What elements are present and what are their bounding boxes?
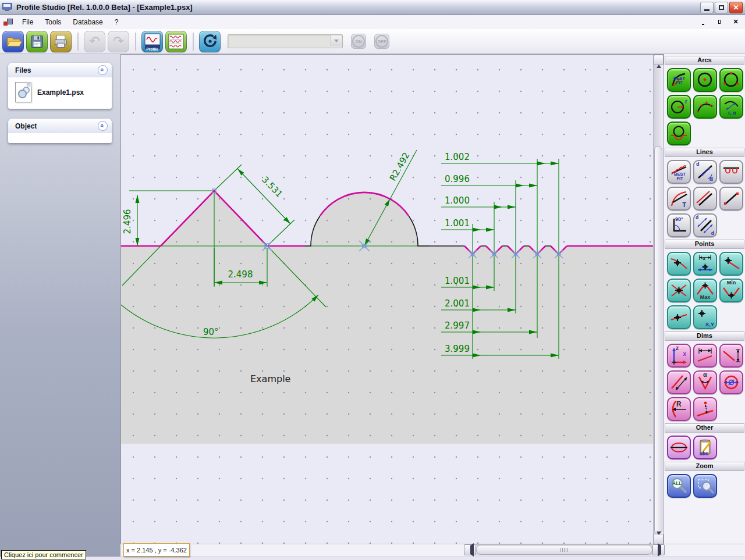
- horizontal-scrollbar-thumb[interactable]: [476, 545, 652, 555]
- circle-radius-icon: [669, 97, 689, 116]
- profile-view-button[interactable]: Profile: [141, 31, 163, 52]
- circle-center-icon: [696, 70, 715, 90]
- device-combobox[interactable]: [228, 34, 343, 48]
- profiles-list-button[interactable]: [165, 31, 187, 52]
- vertical-scrollbar-thumb[interactable]: [654, 146, 662, 534]
- circle-center-button[interactable]: [693, 68, 717, 92]
- radius-dim-icon: [669, 400, 689, 419]
- point-on-curve-icon: [669, 254, 689, 273]
- on-button[interactable]: ON: [351, 34, 366, 49]
- files-collapse-button[interactable]: «: [98, 65, 108, 75]
- status-bar: [0, 557, 745, 560]
- tooltip-text: Cliquez ici pour commencer: [4, 551, 83, 558]
- arc-radius-angle-icon: [722, 97, 741, 116]
- diameter-dim-icon: [722, 373, 741, 392]
- minimize-button[interactable]: [700, 2, 714, 13]
- line-perpendicular-button[interactable]: 90°: [667, 213, 691, 237]
- menu-tools[interactable]: Tools: [39, 16, 67, 28]
- files-panel-title: Files: [15, 66, 31, 74]
- close-button[interactable]: ✕: [729, 2, 743, 13]
- arcs-section-header: Arcs: [665, 56, 744, 65]
- scroll-right-button[interactable]: [652, 544, 665, 555]
- dim-horizontal-button[interactable]: [693, 344, 717, 368]
- line-through-grooves-button[interactable]: [719, 160, 743, 184]
- connect-icon: [202, 33, 218, 49]
- point-xy-button[interactable]: X,Y: [693, 305, 717, 329]
- menu-help[interactable]: ?: [109, 16, 125, 28]
- connect-device-button[interactable]: [199, 31, 221, 52]
- circle-radius-button[interactable]: r: [667, 95, 691, 119]
- dim-axes-button[interactable]: z x: [667, 344, 691, 368]
- left-sidebar: Files « Example1.psx Object «: [0, 54, 120, 557]
- horizontal-scrollbar[interactable]: [464, 544, 665, 555]
- arcs-section: BESTFIT r: [664, 68, 745, 145]
- scroll-left-button[interactable]: [464, 544, 476, 555]
- print-button[interactable]: [50, 31, 72, 52]
- undo-icon: ↶: [89, 35, 100, 48]
- point-min-button[interactable]: Min: [719, 279, 743, 302]
- redo-button[interactable]: ↷: [108, 31, 129, 52]
- dim-diameter-button[interactable]: [719, 370, 743, 394]
- file-list-item[interactable]: Example1.psx: [8, 77, 112, 109]
- arc-in-profile-button[interactable]: [667, 122, 691, 145]
- restore-button[interactable]: [715, 2, 728, 13]
- object-panel: Object «: [8, 119, 112, 143]
- combobox-dropdown-button[interactable]: [331, 35, 342, 46]
- line-parallel-button[interactable]: [693, 187, 717, 211]
- span-dim-label: 2.001: [445, 298, 470, 309]
- chevron-up-icon: «: [100, 68, 107, 72]
- point-on-element-button[interactable]: [719, 252, 743, 276]
- span-dim-label: 1.001: [445, 276, 470, 286]
- line-2-points-icon: [722, 189, 741, 208]
- dim-vertical-button[interactable]: [719, 344, 743, 368]
- line-distance-angle-button[interactable]: d α: [693, 160, 717, 184]
- profile-button-label: Profile: [142, 47, 162, 51]
- dims-section-header: Dims: [665, 331, 744, 341]
- point-on-line-button[interactable]: [667, 305, 691, 329]
- save-floppy-icon: [29, 34, 45, 49]
- arrow-right-icon: [658, 543, 664, 557]
- dim-angle-button[interactable]: α: [693, 370, 717, 394]
- mdi-close-button[interactable]: ✕: [731, 17, 740, 26]
- point-intersection-button[interactable]: [667, 279, 691, 302]
- save-button[interactable]: [26, 31, 48, 52]
- dim-point-to-line-button[interactable]: [693, 397, 717, 421]
- psx-file-icon: [15, 82, 31, 102]
- restore-icon: [719, 5, 724, 10]
- line-distances-button[interactable]: d d: [693, 213, 717, 237]
- point-on-curve-button[interactable]: [667, 252, 691, 276]
- point-middle-button[interactable]: d: [693, 252, 717, 276]
- menu-database[interactable]: Database: [67, 16, 108, 28]
- arc-best-fit-button[interactable]: BESTFIT: [667, 68, 691, 92]
- scroll-up-button[interactable]: [654, 55, 664, 65]
- mdi-restore-button[interactable]: [715, 17, 724, 26]
- zoom-all-button[interactable]: ALL: [667, 474, 691, 498]
- dim-radius-button[interactable]: R: [667, 397, 691, 421]
- chevron-up-icon: «: [100, 124, 107, 127]
- off-button[interactable]: OFF: [374, 34, 389, 49]
- vertical-scrollbar[interactable]: [653, 55, 664, 544]
- pitch-dim-label: 1.002: [445, 152, 470, 162]
- drawing-canvas[interactable]: 2.496 3.531 2.498 90° R2.492 1.002 0.996…: [121, 55, 653, 544]
- symmetry-tool-button[interactable]: [667, 436, 691, 459]
- circle-3-points-button[interactable]: [719, 68, 743, 92]
- horizontal-scroll-track[interactable]: [476, 544, 652, 555]
- file-name: Example1.psx: [37, 88, 84, 97]
- other-section: abc: [664, 436, 745, 459]
- arcs-title: Arcs: [697, 56, 711, 63]
- mdi-minimize-button[interactable]: [698, 17, 708, 26]
- undo-button[interactable]: ↶: [84, 31, 105, 52]
- arc-radius-angle-button[interactable]: r, α: [719, 95, 743, 119]
- coordinates-readout: x = 2.145 , y = -4.362: [123, 543, 190, 557]
- zoom-window-button[interactable]: [693, 474, 717, 498]
- menu-file[interactable]: File: [16, 16, 39, 28]
- object-collapse-button[interactable]: «: [98, 121, 108, 131]
- arc-points-button[interactable]: [693, 95, 717, 119]
- line-best-fit-button[interactable]: BESTFIT: [667, 160, 691, 184]
- open-file-button[interactable]: [2, 31, 24, 52]
- line-2-points-button[interactable]: [719, 187, 743, 211]
- text-note-button[interactable]: abc: [693, 436, 717, 459]
- dim-parallel-button[interactable]: [667, 370, 691, 394]
- point-max-button[interactable]: Max: [693, 279, 717, 302]
- line-tangent-button[interactable]: T: [667, 187, 691, 211]
